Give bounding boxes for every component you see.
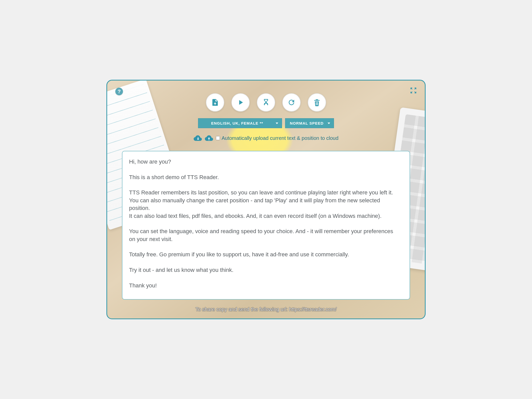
play-button[interactable] (231, 93, 250, 112)
hourglass-icon (262, 98, 270, 107)
refresh-icon (287, 98, 296, 107)
text-editor[interactable]: Hi, how are you? This is a short demo of… (129, 158, 400, 292)
play-icon (236, 98, 245, 107)
file-upload-icon (211, 98, 219, 107)
timer-button[interactable] (257, 93, 275, 112)
cloud-upload-button[interactable] (205, 135, 213, 142)
voice-select-value: English, UK, Female ** (211, 121, 263, 125)
voice-select[interactable]: English, UK, Female ** (198, 118, 282, 128)
clear-button[interactable] (308, 93, 326, 112)
app-frame: ? English, UK, Female ** Normal Speed (106, 80, 426, 319)
cloud-download-button[interactable] (193, 135, 202, 142)
selects-row: English, UK, Female ** Normal Speed (107, 118, 425, 128)
speed-select[interactable]: Normal Speed (285, 118, 334, 128)
auto-upload-option[interactable]: Automatically upload current text & posi… (216, 135, 338, 141)
reset-button[interactable] (282, 93, 301, 112)
cloud-upload-icon (205, 135, 213, 142)
auto-upload-label: Automatically upload current text & posi… (221, 135, 338, 141)
trash-icon (313, 98, 321, 107)
upload-file-button[interactable] (206, 93, 224, 112)
speed-select-value: Normal Speed (290, 121, 324, 125)
share-url-line: To share copy and send the following url… (107, 307, 425, 312)
auto-upload-checkbox[interactable] (216, 136, 220, 140)
main-toolbar (107, 93, 425, 112)
cloud-row: Automatically upload current text & posi… (107, 135, 425, 142)
cloud-download-icon (193, 135, 202, 142)
text-panel[interactable]: Hi, how are you? This is a short demo of… (122, 151, 410, 300)
